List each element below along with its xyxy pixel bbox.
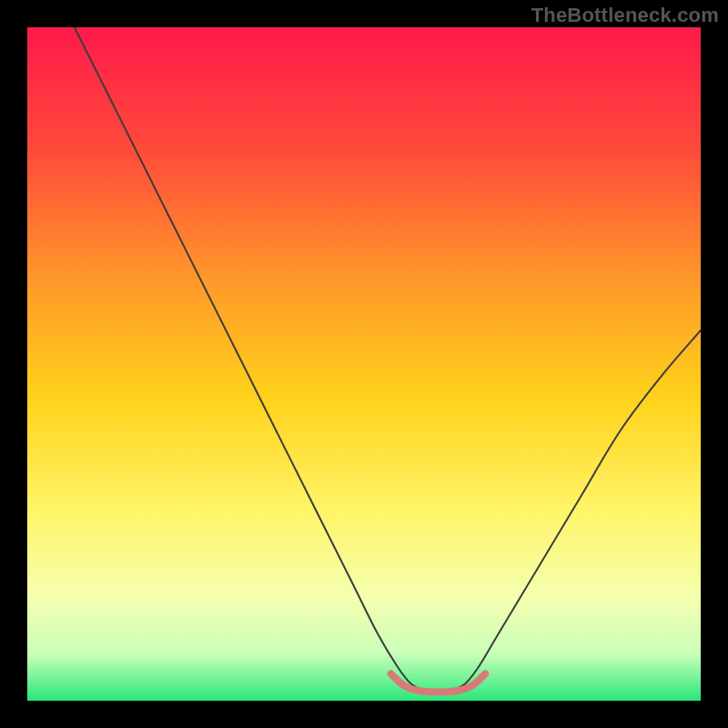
gradient-background [27,27,701,701]
chart-frame: TheBottleneck.com [0,0,728,728]
chart-svg [27,27,701,701]
watermark-text: TheBottleneck.com [531,4,719,27]
chart-plot [27,27,701,701]
